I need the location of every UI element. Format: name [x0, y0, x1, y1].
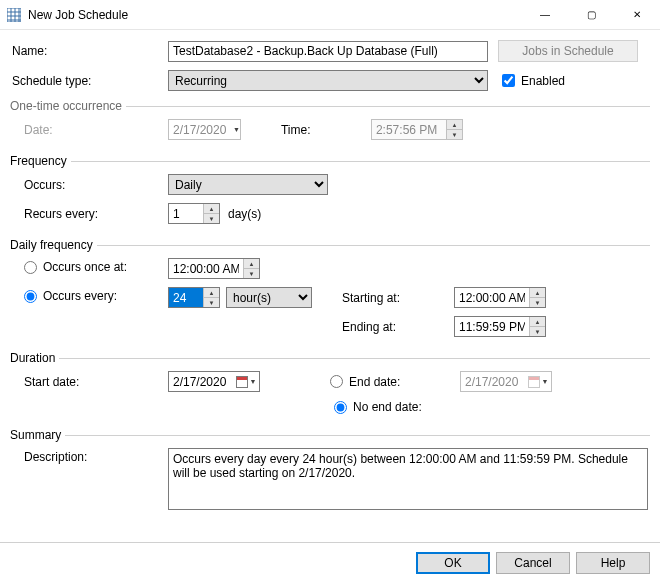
schedule-type-select[interactable]: Recurring [168, 70, 488, 91]
description-label: Description: [10, 448, 168, 464]
calendar-icon [528, 376, 540, 388]
recurs-every-label: Recurs every: [10, 207, 168, 221]
spin-up-icon[interactable]: ▲ [530, 317, 545, 327]
minimize-button[interactable]: — [522, 0, 568, 30]
help-button[interactable]: Help [576, 552, 650, 574]
name-input[interactable] [168, 41, 488, 62]
maximize-button[interactable]: ▢ [568, 0, 614, 30]
spin-down-icon[interactable]: ▼ [244, 269, 259, 278]
no-end-date-radio[interactable] [334, 401, 347, 414]
occurs-select[interactable]: Daily [168, 174, 328, 195]
occurs-once-radio[interactable] [24, 261, 37, 274]
chevron-down-icon: ▼ [250, 378, 257, 385]
ending-at-input[interactable] [455, 317, 529, 336]
end-date-picker: 2/17/2020 ▼ [460, 371, 552, 392]
spin-up-icon[interactable]: ▲ [204, 204, 219, 214]
frequency-legend: Frequency [10, 154, 71, 168]
dialog-footer: OK Cancel Help [0, 542, 660, 582]
one-time-date-label: Date: [10, 123, 168, 137]
end-date-radio-wrap[interactable]: End date: [330, 375, 460, 389]
starting-at-input[interactable] [455, 288, 529, 307]
title-bar: New Job Schedule — ▢ ✕ [0, 0, 660, 30]
one-time-time-spinner: ▲▼ [371, 119, 463, 140]
cancel-button[interactable]: Cancel [496, 552, 570, 574]
spin-up-icon[interactable]: ▲ [530, 288, 545, 298]
start-date-label: Start date: [10, 375, 168, 389]
summary-group: Summary Description: [10, 428, 650, 518]
grid-icon [6, 7, 22, 23]
end-date-radio[interactable] [330, 375, 343, 388]
spin-up-icon: ▲ [447, 120, 462, 130]
name-label: Name: [10, 44, 168, 58]
occurs-every-input[interactable] [169, 288, 203, 307]
one-time-legend: One-time occurrence [10, 99, 126, 113]
duration-group: Duration Start date: 2/17/2020 ▼ End dat… [10, 351, 650, 422]
starting-at-label: Starting at: [342, 291, 454, 305]
chevron-down-icon: ▼ [542, 378, 549, 385]
starting-at-spinner[interactable]: ▲▼ [454, 287, 546, 308]
ending-at-spinner[interactable]: ▲▼ [454, 316, 546, 337]
one-time-date-picker: 2/17/2020 ▼ [168, 119, 241, 140]
spin-down-icon: ▼ [447, 130, 462, 139]
recurs-every-spinner[interactable]: ▲▼ [168, 203, 220, 224]
spin-up-icon[interactable]: ▲ [204, 288, 219, 298]
recurs-every-unit: day(s) [228, 207, 261, 221]
frequency-group: Frequency Occurs: Daily Recurs every: ▲▼… [10, 154, 650, 232]
summary-legend: Summary [10, 428, 65, 442]
occurs-once-time[interactable]: ▲▼ [168, 258, 260, 279]
window-title: New Job Schedule [28, 8, 128, 22]
no-end-date-radio-wrap[interactable]: No end date: [334, 400, 464, 414]
occurs-every-radio[interactable] [24, 290, 37, 303]
schedule-type-label: Schedule type: [10, 74, 168, 88]
one-time-time-label: Time: [281, 123, 371, 137]
close-button[interactable]: ✕ [614, 0, 660, 30]
start-date-picker[interactable]: 2/17/2020 ▼ [168, 371, 260, 392]
spin-up-icon[interactable]: ▲ [244, 259, 259, 269]
occurs-every-label: Occurs every: [43, 289, 117, 303]
spin-down-icon[interactable]: ▼ [204, 214, 219, 223]
recurs-every-input[interactable] [169, 204, 203, 223]
enabled-checkbox-label: Enabled [521, 74, 565, 88]
end-date-label: End date: [349, 375, 400, 389]
enabled-checkbox-input[interactable] [502, 74, 515, 87]
enabled-checkbox[interactable]: Enabled [502, 74, 565, 88]
occurs-once-radio-wrap[interactable]: Occurs once at: [10, 260, 168, 277]
spin-down-icon[interactable]: ▼ [530, 327, 545, 336]
duration-legend: Duration [10, 351, 59, 365]
one-time-group: One-time occurrence Date: 2/17/2020 ▼ Ti… [10, 99, 650, 148]
calendar-icon [236, 376, 248, 388]
daily-frequency-group: Daily frequency Occurs once at: ▲▼ Occur… [10, 238, 650, 345]
occurs-every-unit-select[interactable]: hour(s) [226, 287, 312, 308]
occurs-label: Occurs: [10, 178, 168, 192]
occurs-every-spinner[interactable]: ▲▼ [168, 287, 220, 308]
jobs-in-schedule-button: Jobs in Schedule [498, 40, 638, 62]
spin-down-icon[interactable]: ▼ [530, 298, 545, 307]
ok-button[interactable]: OK [416, 552, 490, 574]
no-end-date-label: No end date: [353, 400, 422, 414]
occurs-once-time-input[interactable] [169, 259, 243, 278]
occurs-once-label: Occurs once at: [43, 260, 127, 274]
ending-at-label: Ending at: [342, 320, 454, 334]
description-textarea[interactable] [168, 448, 648, 510]
chevron-down-icon: ▼ [233, 126, 240, 133]
daily-frequency-legend: Daily frequency [10, 238, 97, 252]
occurs-every-radio-wrap[interactable]: Occurs every: [10, 289, 168, 306]
spin-down-icon[interactable]: ▼ [204, 298, 219, 307]
